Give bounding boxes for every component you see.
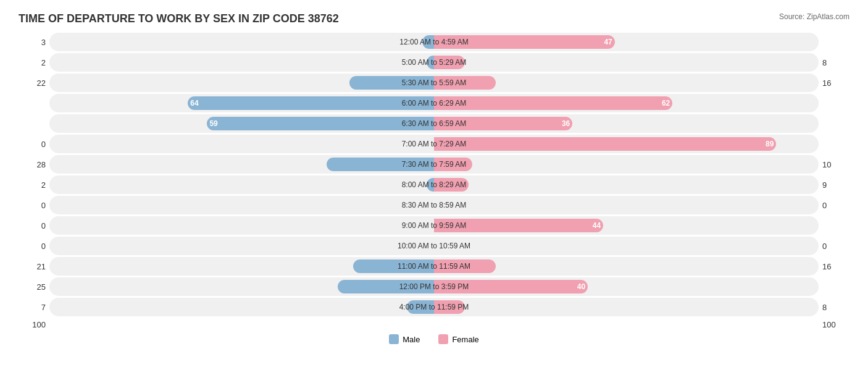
male-bar [407, 300, 434, 314]
female-badge-value: 36 [562, 119, 570, 128]
bar-row: 09:00 AM to 9:59 AM44 [19, 216, 849, 235]
bars-container: 11:00 AM to 11:59 AM [49, 257, 819, 276]
bars-container: 12:00 PM to 3:59 PM40 [49, 277, 819, 296]
female-bar [434, 158, 472, 171]
male-badge-value: 64 [190, 99, 198, 108]
male-value-left: 21 [19, 262, 49, 271]
male-value-left: 2 [19, 58, 49, 67]
male-bar [349, 76, 434, 90]
bar-row: 010:00 AM to 10:59 AM0 [19, 237, 849, 255]
legend-female: Female [438, 334, 478, 344]
male-value-left: 25 [19, 282, 49, 292]
bars-container: 6:30 AM to 6:59 AM5936 [49, 114, 819, 133]
bars-container: 8:30 AM to 8:59 AM [49, 196, 819, 214]
female-value-right: 8 [819, 58, 849, 67]
female-bar: 36 [434, 117, 572, 130]
chart-title: TIME OF DEPARTURE TO WORK BY SEX IN ZIP … [19, 12, 339, 25]
bars-container: 7:30 AM to 7:59 AM [49, 155, 819, 174]
male-badge-value: 59 [209, 119, 217, 128]
male-bar [353, 259, 434, 273]
female-value-right: 0 [819, 242, 849, 251]
female-bar [434, 178, 469, 192]
female-badge-value: 40 [577, 282, 585, 291]
female-badge-value: 44 [593, 221, 601, 230]
female-bar [434, 56, 465, 69]
male-value-left: 22 [19, 78, 49, 88]
bar-row: 225:30 AM to 5:59 AM16 [19, 74, 849, 92]
time-label: 10:00 AM to 10:59 AM [398, 242, 470, 250]
female-badge-value: 47 [604, 38, 612, 46]
male-bar [327, 158, 434, 171]
female-value-right: 16 [819, 78, 849, 88]
male-value-left: 7 [19, 303, 49, 312]
bar-row: 28:00 AM to 8:29 AM9 [19, 175, 849, 194]
female-bar: 62 [434, 96, 672, 110]
male-bar [422, 35, 434, 49]
male-bar [427, 56, 434, 69]
bar-row: 6:30 AM to 6:59 AM5936 [19, 114, 849, 133]
male-value-left: 28 [19, 160, 49, 169]
bar-row: 287:30 AM to 7:59 AM10 [19, 155, 849, 174]
female-value-right: 10 [819, 160, 849, 169]
male-value-left: 0 [19, 242, 49, 251]
bars-container: 4:00 PM to 11:59 PM [49, 298, 819, 316]
time-label: 8:30 AM to 8:59 AM [402, 201, 467, 209]
source-text: Source: ZipAtlas.com [779, 12, 849, 21]
male-value-left: 2 [19, 180, 49, 190]
chart-area: 312:00 AM to 4:59 AM4725:00 AM to 5:29 A… [19, 33, 849, 316]
female-value-right: 16 [819, 262, 849, 271]
female-badge-value: 62 [662, 99, 670, 108]
bars-container: 7:00 AM to 7:29 AM89 [49, 135, 819, 153]
female-bar [434, 259, 496, 273]
bar-row: 312:00 AM to 4:59 AM47 [19, 33, 849, 51]
male-value-left: 0 [19, 221, 49, 230]
female-value-right: 9 [819, 180, 849, 190]
female-bar: 44 [434, 219, 603, 232]
male-bar: 59 [207, 117, 434, 130]
legend-male-label: Male [403, 335, 420, 344]
axis-right-label: 100 [819, 320, 849, 329]
female-bar: 47 [434, 35, 615, 49]
legend: Male Female [19, 334, 849, 344]
legend-female-box [438, 334, 448, 344]
bar-row: 25:00 AM to 5:29 AM8 [19, 53, 849, 72]
male-value-left: 3 [19, 38, 49, 47]
male-bar [338, 280, 434, 293]
legend-female-label: Female [452, 335, 478, 344]
female-badge-value: 89 [766, 140, 774, 148]
bars-container: 12:00 AM to 4:59 AM47 [49, 33, 819, 51]
bar-row: 74:00 PM to 11:59 PM8 [19, 298, 849, 316]
bar-row: 2111:00 AM to 11:59 AM16 [19, 257, 849, 276]
bar-row: 08:30 AM to 8:59 AM0 [19, 196, 849, 214]
female-bar [434, 76, 496, 90]
female-bar: 40 [434, 280, 588, 293]
male-value-left: 0 [19, 201, 49, 210]
female-bar: 89 [434, 137, 776, 151]
bar-row: 2512:00 PM to 3:59 PM40 [19, 277, 849, 296]
female-value-right: 0 [819, 201, 849, 210]
axis-left-label: 100 [19, 320, 49, 329]
bars-container: 5:30 AM to 5:59 AM [49, 74, 819, 92]
male-value-left: 0 [19, 140, 49, 149]
bars-container: 6:00 AM to 6:29 AM6462 [49, 94, 819, 112]
bars-container: 8:00 AM to 8:29 AM [49, 175, 819, 194]
legend-male: Male [389, 334, 420, 344]
male-bar [427, 178, 434, 192]
legend-male-box [389, 334, 399, 344]
bars-container: 10:00 AM to 10:59 AM [49, 237, 819, 255]
bar-row: 07:00 AM to 7:29 AM89 [19, 135, 849, 153]
male-bar: 64 [188, 96, 434, 110]
female-bar [434, 300, 465, 314]
bars-container: 9:00 AM to 9:59 AM44 [49, 216, 819, 235]
female-value-right: 8 [819, 303, 849, 312]
axis-row: 100 100 [19, 320, 849, 329]
bar-row: 6:00 AM to 6:29 AM6462 [19, 94, 849, 112]
bars-container: 5:00 AM to 5:29 AM [49, 53, 819, 72]
